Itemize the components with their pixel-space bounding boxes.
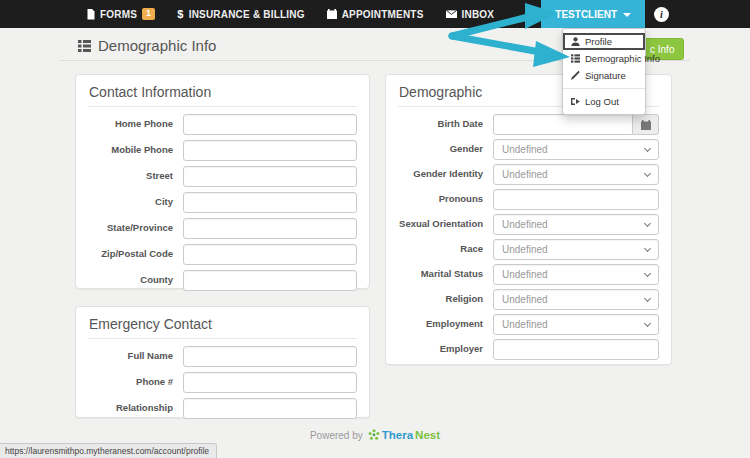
- relationship-input[interactable]: [183, 398, 357, 419]
- panel-body: Birth DateGenderUndefinedGender Identity…: [398, 114, 659, 360]
- city-input[interactable]: [183, 192, 357, 213]
- chevron-down-icon: [644, 220, 651, 227]
- chevron-down-icon: [644, 295, 651, 302]
- pencil-icon: [571, 71, 580, 80]
- county-input[interactable]: [183, 270, 357, 291]
- field-label-birth-date: Birth Date: [398, 119, 493, 129]
- field-label-zip-postal-code: Zip/Postal Code: [88, 249, 183, 259]
- form-row-gender: GenderUndefined: [398, 139, 659, 160]
- race-select-value: Undefined: [502, 244, 548, 255]
- mobile-phone-input[interactable]: [183, 140, 357, 161]
- calendar-icon: [641, 120, 651, 130]
- dollar-icon: $: [177, 8, 183, 20]
- chevron-down-icon: [644, 320, 651, 327]
- form-row-zip-postal-code: Zip/Postal Code: [88, 244, 357, 265]
- employment-select[interactable]: Undefined: [493, 314, 659, 335]
- brand-nest: Nest: [415, 429, 440, 441]
- envelope-icon: [446, 10, 457, 18]
- nav-item-insurance-billing[interactable]: $ INSURANCE & BILLING: [166, 0, 315, 28]
- birth-date-input-group: [493, 114, 659, 135]
- state-province-input[interactable]: [183, 218, 357, 239]
- panel-title: Contact Information: [88, 83, 357, 107]
- employer-input[interactable]: [493, 339, 659, 360]
- sexual-orientation-select-value: Undefined: [502, 219, 548, 230]
- field-label-mobile-phone: Mobile Phone: [88, 145, 183, 155]
- gender-identity-select-value: Undefined: [502, 169, 548, 180]
- menu-item-label: Demographic Info: [585, 53, 660, 64]
- menu-item-demographic-info[interactable]: Demographic Info: [563, 50, 645, 67]
- zip-postal-code-input[interactable]: [183, 244, 357, 265]
- nav-item-label: INSURANCE & BILLING: [189, 9, 305, 20]
- marital-status-select-value: Undefined: [502, 269, 548, 280]
- panel-body: Full NamePhone #Relationship: [88, 346, 357, 419]
- religion-select-value: Undefined: [502, 294, 548, 305]
- nav-item-forms[interactable]: FORMS 1: [76, 0, 166, 28]
- form-row-full-name: Full Name: [88, 346, 357, 367]
- form-row-employer: Employer: [398, 339, 659, 360]
- menu-item-label: Profile: [585, 36, 612, 47]
- birth-date-input[interactable]: [493, 114, 633, 135]
- gender-select[interactable]: Undefined: [493, 139, 659, 160]
- form-row-birth-date: Birth Date: [398, 114, 659, 135]
- chevron-down-icon: [644, 170, 651, 177]
- info-icon: i: [654, 7, 669, 22]
- chevron-down-icon: [644, 270, 651, 277]
- field-label-employment: Employment: [398, 319, 493, 329]
- brand-thera: Thera: [382, 429, 413, 441]
- field-label-marital-status: Marital Status: [398, 269, 493, 279]
- nav-item-label: APPOINTMENTS: [342, 9, 424, 20]
- religion-select[interactable]: Undefined: [493, 289, 659, 310]
- file-icon: [87, 9, 95, 20]
- form-row-state-province: State/Province: [88, 218, 357, 239]
- nav-item-label: INBOX: [462, 9, 495, 20]
- menu-item-profile[interactable]: Profile: [563, 33, 645, 50]
- theranest-logo[interactable]: TheraNest: [368, 429, 440, 441]
- field-label-religion: Religion: [398, 294, 493, 304]
- top-navbar: FORMS 1 $ INSURANCE & BILLING APPOINTMEN…: [0, 0, 750, 28]
- form-row-mobile-phone: Mobile Phone: [88, 140, 357, 161]
- field-label-gender-identity: Gender Identity: [398, 169, 493, 179]
- panel-body: Home PhoneMobile PhoneStreetCityState/Pr…: [88, 114, 357, 291]
- menu-item-log-out[interactable]: Log Out: [563, 93, 645, 110]
- nav-item-inbox[interactable]: INBOX: [435, 0, 506, 28]
- sexual-orientation-select[interactable]: Undefined: [493, 214, 659, 235]
- user-menu-button[interactable]: TESTCLIENT: [541, 0, 645, 28]
- panel-title: Emergency Contact: [88, 315, 357, 339]
- pronouns-input[interactable]: [493, 189, 659, 210]
- chevron-down-icon: [644, 245, 651, 252]
- gender-select-value: Undefined: [502, 144, 548, 155]
- caret-down-icon: [623, 13, 631, 17]
- calendar-addon-button[interactable]: [633, 114, 659, 135]
- menu-item-label: Log Out: [585, 96, 619, 107]
- street-input[interactable]: [183, 166, 357, 187]
- field-label-home-phone: Home Phone: [88, 119, 183, 129]
- logout-icon: [571, 97, 580, 106]
- field-label-pronouns: Pronouns: [398, 194, 493, 204]
- th-list-icon: [78, 40, 91, 52]
- field-label-employer: Employer: [398, 344, 493, 354]
- emergency-contact-panel: Emergency Contact Full NamePhone #Relati…: [75, 306, 370, 418]
- info-button[interactable]: i: [645, 0, 678, 28]
- menu-item-signature[interactable]: Signature: [563, 67, 645, 84]
- user-icon: [571, 37, 580, 46]
- marital-status-select[interactable]: Undefined: [493, 264, 659, 285]
- form-row-pronouns: Pronouns: [398, 189, 659, 210]
- home-phone-input[interactable]: [183, 114, 357, 135]
- phone-input[interactable]: [183, 372, 357, 393]
- form-row-employment: EmploymentUndefined: [398, 314, 659, 335]
- browser-status-bar: https://laurensmithpo.mytheranest.com/ac…: [0, 443, 217, 458]
- field-label-county: County: [88, 275, 183, 285]
- form-row-relationship: Relationship: [88, 398, 357, 419]
- form-row-county: County: [88, 270, 357, 291]
- user-dropdown-menu: Profile Demographic Info Signature Log O…: [562, 28, 646, 115]
- menu-divider: [563, 88, 645, 89]
- gender-identity-select[interactable]: Undefined: [493, 164, 659, 185]
- form-row-gender-identity: Gender IdentityUndefined: [398, 164, 659, 185]
- field-label-phone: Phone #: [88, 377, 183, 387]
- race-select[interactable]: Undefined: [493, 239, 659, 260]
- form-row-sexual-orientation: Sexual OrientationUndefined: [398, 214, 659, 235]
- nav-item-appointments[interactable]: APPOINTMENTS: [316, 0, 435, 28]
- field-label-full-name: Full Name: [88, 351, 183, 361]
- full-name-input[interactable]: [183, 346, 357, 367]
- field-label-relationship: Relationship: [88, 403, 183, 413]
